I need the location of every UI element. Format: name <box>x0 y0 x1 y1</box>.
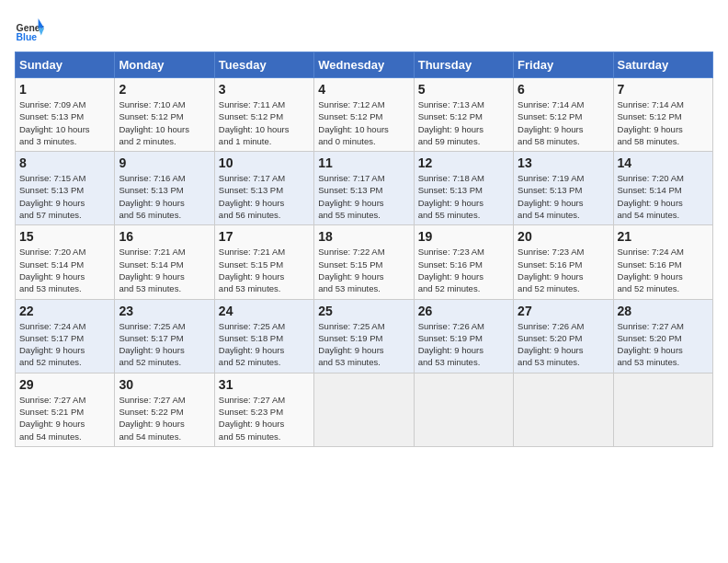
day-info: Sunrise: 7:27 AM Sunset: 5:21 PM Dayligh… <box>19 394 110 442</box>
calendar-week-row: 8Sunrise: 7:15 AM Sunset: 5:13 PM Daylig… <box>16 152 713 225</box>
day-number: 5 <box>418 82 509 97</box>
weekday-header-saturday: Saturday <box>613 52 712 78</box>
day-info: Sunrise: 7:14 AM Sunset: 5:12 PM Dayligh… <box>618 98 709 147</box>
calendar-cell: 4Sunrise: 7:12 AM Sunset: 5:12 PM Daylig… <box>314 78 414 152</box>
day-info: Sunrise: 7:19 AM Sunset: 5:13 PM Dayligh… <box>518 172 609 221</box>
weekday-header-tuesday: Tuesday <box>214 52 313 78</box>
day-info: Sunrise: 7:09 AM Sunset: 5:13 PM Dayligh… <box>19 98 110 147</box>
day-info: Sunrise: 7:11 AM Sunset: 5:12 PM Dayligh… <box>219 98 310 147</box>
calendar-cell: 5Sunrise: 7:13 AM Sunset: 5:12 PM Daylig… <box>414 78 513 152</box>
calendar-cell: 28Sunrise: 7:27 AM Sunset: 5:20 PM Dayli… <box>613 299 712 373</box>
calendar-cell: 9Sunrise: 7:16 AM Sunset: 5:13 PM Daylig… <box>115 152 214 225</box>
calendar-cell: 27Sunrise: 7:26 AM Sunset: 5:20 PM Dayli… <box>514 299 613 373</box>
day-info: Sunrise: 7:26 AM Sunset: 5:20 PM Dayligh… <box>518 320 609 369</box>
calendar-cell <box>414 373 513 446</box>
calendar-cell: 6Sunrise: 7:14 AM Sunset: 5:12 PM Daylig… <box>514 78 613 152</box>
calendar-cell: 21Sunrise: 7:24 AM Sunset: 5:16 PM Dayli… <box>613 225 712 299</box>
day-number: 27 <box>518 304 609 318</box>
day-number: 10 <box>219 155 310 170</box>
calendar-cell: 12Sunrise: 7:18 AM Sunset: 5:13 PM Dayli… <box>414 152 513 225</box>
day-info: Sunrise: 7:21 AM Sunset: 5:15 PM Dayligh… <box>219 246 310 294</box>
day-info: Sunrise: 7:16 AM Sunset: 5:13 PM Dayligh… <box>119 172 210 221</box>
calendar-week-row: 1Sunrise: 7:09 AM Sunset: 5:13 PM Daylig… <box>16 78 713 152</box>
calendar-cell: 23Sunrise: 7:25 AM Sunset: 5:17 PM Dayli… <box>115 299 214 373</box>
day-number: 21 <box>618 229 709 244</box>
day-info: Sunrise: 7:20 AM Sunset: 5:14 PM Dayligh… <box>19 246 110 294</box>
day-number: 23 <box>119 304 210 318</box>
day-info: Sunrise: 7:22 AM Sunset: 5:15 PM Dayligh… <box>318 246 409 294</box>
calendar-cell <box>613 373 712 446</box>
day-info: Sunrise: 7:24 AM Sunset: 5:16 PM Dayligh… <box>618 246 709 294</box>
day-number: 16 <box>119 229 210 244</box>
day-number: 15 <box>19 229 110 244</box>
day-number: 29 <box>19 377 110 392</box>
svg-text:Blue: Blue <box>17 32 38 42</box>
calendar-cell: 26Sunrise: 7:26 AM Sunset: 5:19 PM Dayli… <box>414 299 513 373</box>
calendar-cell: 18Sunrise: 7:22 AM Sunset: 5:15 PM Dayli… <box>314 225 414 299</box>
day-number: 20 <box>518 229 609 244</box>
day-number: 3 <box>219 82 310 97</box>
calendar-week-row: 22Sunrise: 7:24 AM Sunset: 5:17 PM Dayli… <box>16 299 713 373</box>
day-info: Sunrise: 7:17 AM Sunset: 5:13 PM Dayligh… <box>318 172 409 221</box>
calendar-cell: 25Sunrise: 7:25 AM Sunset: 5:19 PM Dayli… <box>314 299 414 373</box>
calendar-cell: 29Sunrise: 7:27 AM Sunset: 5:21 PM Dayli… <box>16 373 115 446</box>
day-info: Sunrise: 7:12 AM Sunset: 5:12 PM Dayligh… <box>318 98 409 147</box>
calendar-cell: 10Sunrise: 7:17 AM Sunset: 5:13 PM Dayli… <box>214 152 313 225</box>
day-number: 31 <box>219 377 310 392</box>
day-number: 7 <box>618 82 709 97</box>
day-info: Sunrise: 7:25 AM Sunset: 5:18 PM Dayligh… <box>219 320 310 369</box>
calendar-cell: 20Sunrise: 7:23 AM Sunset: 5:16 PM Dayli… <box>514 225 613 299</box>
day-info: Sunrise: 7:21 AM Sunset: 5:14 PM Dayligh… <box>119 246 210 294</box>
calendar-cell: 8Sunrise: 7:15 AM Sunset: 5:13 PM Daylig… <box>16 152 115 225</box>
day-number: 12 <box>418 155 509 170</box>
day-number: 2 <box>119 82 210 97</box>
day-info: Sunrise: 7:14 AM Sunset: 5:12 PM Dayligh… <box>518 98 609 147</box>
day-info: Sunrise: 7:18 AM Sunset: 5:13 PM Dayligh… <box>418 172 509 221</box>
logo-icon: General Blue <box>15 15 44 44</box>
day-info: Sunrise: 7:25 AM Sunset: 5:19 PM Dayligh… <box>318 320 409 369</box>
day-number: 19 <box>418 229 509 244</box>
calendar-cell: 31Sunrise: 7:27 AM Sunset: 5:23 PM Dayli… <box>214 373 313 446</box>
day-info: Sunrise: 7:25 AM Sunset: 5:17 PM Dayligh… <box>119 320 210 369</box>
calendar-cell: 3Sunrise: 7:11 AM Sunset: 5:12 PM Daylig… <box>214 78 313 152</box>
day-number: 30 <box>119 377 210 392</box>
day-number: 26 <box>418 304 509 318</box>
calendar-cell: 2Sunrise: 7:10 AM Sunset: 5:12 PM Daylig… <box>115 78 214 152</box>
day-number: 8 <box>19 155 110 170</box>
calendar-cell: 11Sunrise: 7:17 AM Sunset: 5:13 PM Dayli… <box>314 152 414 225</box>
calendar-week-row: 29Sunrise: 7:27 AM Sunset: 5:21 PM Dayli… <box>16 373 713 446</box>
day-number: 14 <box>618 155 709 170</box>
calendar-cell: 19Sunrise: 7:23 AM Sunset: 5:16 PM Dayli… <box>414 225 513 299</box>
day-info: Sunrise: 7:27 AM Sunset: 5:20 PM Dayligh… <box>618 320 709 369</box>
day-number: 13 <box>518 155 609 170</box>
calendar-table: SundayMondayTuesdayWednesdayThursdayFrid… <box>15 52 713 447</box>
day-number: 25 <box>318 304 409 318</box>
day-info: Sunrise: 7:27 AM Sunset: 5:22 PM Dayligh… <box>119 394 210 442</box>
calendar-week-row: 15Sunrise: 7:20 AM Sunset: 5:14 PM Dayli… <box>16 225 713 299</box>
day-info: Sunrise: 7:17 AM Sunset: 5:13 PM Dayligh… <box>219 172 310 221</box>
calendar-cell: 24Sunrise: 7:25 AM Sunset: 5:18 PM Dayli… <box>214 299 313 373</box>
day-info: Sunrise: 7:15 AM Sunset: 5:13 PM Dayligh… <box>19 172 110 221</box>
day-number: 11 <box>318 155 409 170</box>
weekday-header-sunday: Sunday <box>16 52 115 78</box>
calendar-cell: 17Sunrise: 7:21 AM Sunset: 5:15 PM Dayli… <box>214 225 313 299</box>
weekday-header-friday: Friday <box>514 52 613 78</box>
day-number: 22 <box>19 304 110 318</box>
day-info: Sunrise: 7:23 AM Sunset: 5:16 PM Dayligh… <box>518 246 609 294</box>
calendar-cell: 13Sunrise: 7:19 AM Sunset: 5:13 PM Dayli… <box>514 152 613 225</box>
day-info: Sunrise: 7:23 AM Sunset: 5:16 PM Dayligh… <box>418 246 509 294</box>
calendar-cell <box>314 373 414 446</box>
weekday-header-monday: Monday <box>115 52 214 78</box>
day-info: Sunrise: 7:13 AM Sunset: 5:12 PM Dayligh… <box>418 98 509 147</box>
day-number: 6 <box>518 82 609 97</box>
calendar-cell <box>514 373 613 446</box>
logo: General Blue <box>15 15 48 44</box>
page-header: General Blue <box>15 15 713 44</box>
weekday-header-wednesday: Wednesday <box>314 52 414 78</box>
calendar-cell: 30Sunrise: 7:27 AM Sunset: 5:22 PM Dayli… <box>115 373 214 446</box>
calendar-cell: 22Sunrise: 7:24 AM Sunset: 5:17 PM Dayli… <box>16 299 115 373</box>
day-number: 9 <box>119 155 210 170</box>
calendar-cell: 7Sunrise: 7:14 AM Sunset: 5:12 PM Daylig… <box>613 78 712 152</box>
day-info: Sunrise: 7:20 AM Sunset: 5:14 PM Dayligh… <box>618 172 709 221</box>
day-number: 18 <box>318 229 409 244</box>
